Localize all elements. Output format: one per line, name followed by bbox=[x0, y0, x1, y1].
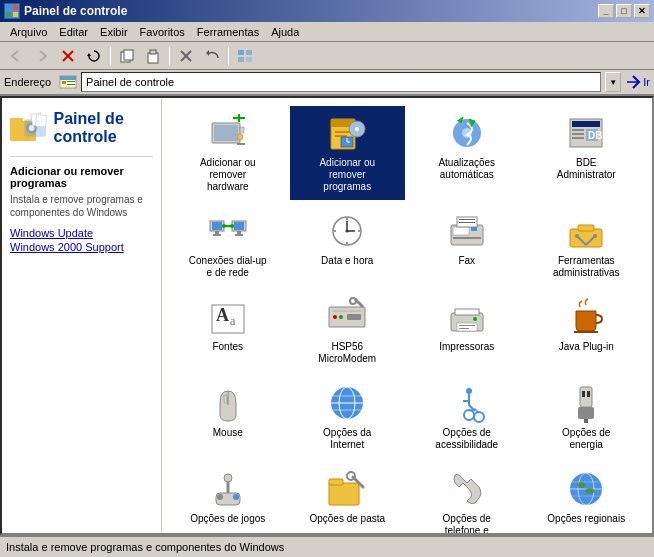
menu-exibir[interactable]: Exibir bbox=[94, 24, 134, 40]
icon-impressoras[interactable]: Impressoras bbox=[409, 290, 525, 372]
opcoes-internet-label: Opções da Internet bbox=[307, 427, 387, 451]
icon-adicionar-programas[interactable]: Adicionar ou remover programas bbox=[290, 106, 406, 200]
conexoes-label: Conexões dial-up e de rede bbox=[188, 255, 268, 279]
stop-button[interactable] bbox=[56, 45, 80, 67]
svg-rect-54 bbox=[572, 137, 584, 139]
icon-opcoes-pasta[interactable]: Opções de pasta bbox=[290, 462, 406, 533]
svg-rect-105 bbox=[574, 331, 598, 333]
menu-editar[interactable]: Editar bbox=[53, 24, 94, 40]
address-dropdown[interactable]: ▼ bbox=[605, 72, 621, 92]
icon-ferramentas[interactable]: Ferramentas administrativas bbox=[529, 204, 645, 286]
panel-title: Painel de controle bbox=[54, 110, 153, 145]
svg-rect-1 bbox=[13, 5, 18, 10]
java-icon bbox=[566, 297, 606, 337]
undo-button[interactable] bbox=[200, 45, 224, 67]
adicionar-hardware-label: Adicionar ou remover hardware bbox=[188, 157, 268, 193]
link-windows-2000[interactable]: Windows 2000 Support bbox=[10, 241, 153, 253]
icon-opcoes-internet[interactable]: Opções da Internet bbox=[290, 376, 406, 458]
icon-fax[interactable]: Fax bbox=[409, 204, 525, 286]
panel-section-title: Adicionar ou remover programas bbox=[10, 165, 153, 189]
hsp56-label: HSP56 MicroModem bbox=[307, 341, 387, 365]
svg-rect-14 bbox=[238, 50, 244, 55]
icon-conexoes[interactable]: Conexões dial-up e de rede bbox=[170, 204, 286, 286]
svg-rect-53 bbox=[572, 133, 584, 135]
opcoes-jogos-label: Opções de jogos bbox=[190, 513, 265, 525]
panel-header: Painel de controle bbox=[10, 106, 153, 157]
icon-mouse[interactable]: Mouse bbox=[170, 376, 286, 458]
svg-point-125 bbox=[217, 494, 223, 500]
svg-rect-121 bbox=[584, 419, 588, 423]
impressoras-label: Impressoras bbox=[439, 341, 494, 353]
opcoes-telefone-label: Opções de telefone e modem bbox=[427, 513, 507, 533]
copy-button[interactable] bbox=[115, 45, 139, 67]
menu-ferramentas[interactable]: Ferramentas bbox=[191, 24, 265, 40]
atualizacoes-label: Atualizações automáticas bbox=[427, 157, 507, 181]
icon-adicionar-hardware[interactable]: Adicionar ou remover hardware bbox=[170, 106, 286, 200]
maximize-button[interactable]: □ bbox=[616, 4, 632, 18]
svg-rect-2 bbox=[6, 12, 11, 17]
adicionar-hardware-icon bbox=[208, 113, 248, 153]
icon-opcoes-regionais[interactable]: Opções regionais bbox=[529, 462, 645, 533]
svg-rect-81 bbox=[459, 219, 475, 220]
opcoes-internet-icon bbox=[327, 383, 367, 423]
title-controls: _ □ ✕ bbox=[598, 4, 650, 18]
svg-marker-13 bbox=[206, 50, 209, 56]
icon-hsp56[interactable]: HSP56 MicroModem bbox=[290, 290, 406, 372]
status-bar: Instala e remove programas e componentes… bbox=[0, 535, 654, 557]
svg-text:DB: DB bbox=[588, 130, 602, 141]
icon-data-hora[interactable]: Data e hora bbox=[290, 204, 406, 286]
menu-favoritos[interactable]: Favoritos bbox=[134, 24, 191, 40]
icon-opcoes-jogos[interactable]: Opções de jogos bbox=[170, 462, 286, 533]
opcoes-regionais-icon bbox=[566, 469, 606, 509]
adicionar-programas-icon bbox=[327, 113, 367, 153]
svg-rect-64 bbox=[235, 234, 243, 236]
go-button[interactable]: Ir bbox=[625, 74, 650, 90]
icon-opcoes-acessibilidade[interactable]: Opções de acessibilidade bbox=[409, 376, 525, 458]
svg-rect-101 bbox=[457, 323, 477, 331]
left-panel: Painel de controle Adicionar ou remover … bbox=[2, 98, 162, 533]
paste-button[interactable] bbox=[141, 45, 165, 67]
svg-point-136 bbox=[577, 482, 585, 488]
svg-point-48 bbox=[462, 128, 472, 138]
menu-ajuda[interactable]: Ajuda bbox=[265, 24, 305, 40]
link-windows-update[interactable]: Windows Update bbox=[10, 227, 153, 239]
svg-rect-32 bbox=[214, 125, 238, 141]
svg-point-137 bbox=[585, 488, 595, 494]
svg-rect-22 bbox=[67, 84, 75, 85]
menu-arquivo[interactable]: Arquivo bbox=[4, 24, 53, 40]
icon-java[interactable]: Java Plug-in bbox=[529, 290, 645, 372]
svg-rect-8 bbox=[124, 50, 133, 60]
icon-opcoes-telefone[interactable]: Opções de telefone e modem bbox=[409, 462, 525, 533]
svg-rect-78 bbox=[471, 227, 477, 231]
forward-button[interactable] bbox=[30, 45, 54, 67]
opcoes-pasta-icon bbox=[327, 469, 367, 509]
svg-rect-25 bbox=[10, 118, 23, 122]
close-button[interactable]: ✕ bbox=[634, 4, 650, 18]
svg-rect-20 bbox=[62, 81, 66, 84]
mouse-label: Mouse bbox=[213, 427, 243, 439]
svg-rect-60 bbox=[213, 234, 221, 236]
refresh-button[interactable] bbox=[82, 45, 106, 67]
opcoes-acessibilidade-icon bbox=[447, 383, 487, 423]
icon-atualizacoes[interactable]: Atualizações automáticas bbox=[409, 106, 525, 200]
svg-point-43 bbox=[355, 127, 359, 131]
back-button[interactable] bbox=[4, 45, 28, 67]
icon-fontes[interactable]: A a Fontes bbox=[170, 290, 286, 372]
toolbar bbox=[0, 42, 654, 70]
address-input[interactable] bbox=[81, 72, 601, 92]
svg-point-115 bbox=[464, 410, 474, 420]
svg-text:a: a bbox=[230, 314, 236, 328]
icon-opcoes-energia[interactable]: Opções de energia bbox=[529, 376, 645, 458]
icon-bde[interactable]: DB BDE Administrator bbox=[529, 106, 645, 200]
toolbar-separator-2 bbox=[169, 47, 170, 65]
views-button[interactable] bbox=[233, 45, 257, 67]
svg-rect-58 bbox=[212, 222, 222, 230]
ferramentas-icon bbox=[566, 211, 606, 251]
delete-button[interactable] bbox=[174, 45, 198, 67]
svg-point-67 bbox=[230, 224, 234, 228]
svg-rect-62 bbox=[234, 222, 244, 230]
mouse-icon bbox=[208, 383, 248, 423]
svg-rect-77 bbox=[453, 227, 469, 235]
minimize-button[interactable]: _ bbox=[598, 4, 614, 18]
hsp56-icon bbox=[327, 297, 367, 337]
